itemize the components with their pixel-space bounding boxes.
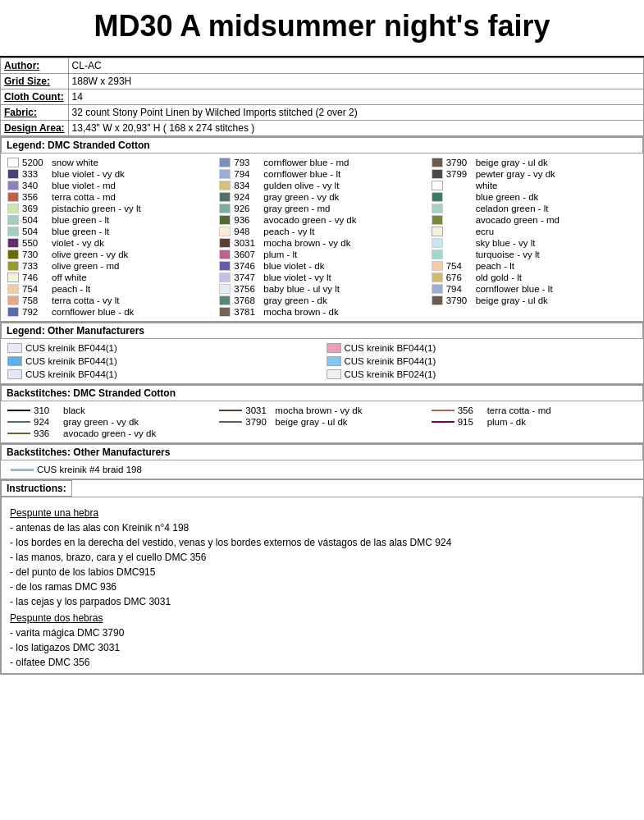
dmc-number: 3746	[234, 261, 260, 271]
legend-dmc-item: 3781mocha brown - dk	[216, 306, 427, 318]
dmc-name: cornflower blue - lt	[476, 284, 553, 294]
dmc-name: peach - lt	[476, 261, 514, 271]
dmc-number: 754	[446, 261, 473, 271]
dmc-number: 948	[234, 227, 260, 236]
dmc-number: 3790	[446, 158, 473, 167]
dmc-name: off white	[52, 273, 87, 282]
color-swatch	[219, 273, 231, 282]
backstitch-num: 924	[34, 417, 60, 427]
legend-dmc-item: 340blue violet - md	[4, 180, 216, 191]
backstitch-other-line	[11, 469, 34, 471]
legend-dmc-item: white	[428, 180, 640, 191]
color-swatch	[219, 261, 231, 271]
page-title: MD30 A midsummer night's fairy	[16, 8, 628, 44]
dmc-name: blue green - dk	[476, 192, 539, 202]
backstitch-dmc-section: Backstitches: DMC Stranded Cotton 310bla…	[0, 384, 644, 443]
instructions-section: Instructions: Pespunte una hebra- antena…	[0, 479, 644, 675]
dmc-number: 794	[446, 284, 473, 294]
legend-dmc-item: 793cornflower blue - md	[216, 157, 427, 168]
dmc-name: plum - lt	[263, 250, 297, 259]
color-swatch	[219, 158, 231, 167]
dmc-number: 3790	[446, 295, 473, 305]
cloth-value: 14	[68, 89, 643, 105]
instruction-line: - los bordes en la derecha del vestido, …	[10, 537, 634, 548]
color-swatch	[432, 158, 443, 167]
dmc-name: avocado green - md	[476, 215, 560, 225]
legend-dmc-item: 792cornflower blue - dk	[4, 306, 216, 318]
backstitch-other-body: CUS kreinik #4 braid 198	[1, 460, 643, 479]
design-value: 13,43" W x 20,93" H ( 168 x 274 stitches…	[68, 121, 643, 136]
legend-dmc-item: 936avocado green - vy dk	[216, 214, 427, 226]
legend-dmc-item: 3790beige gray - ul dk	[428, 295, 640, 306]
color-swatch	[219, 169, 231, 179]
legend-dmc-item: 746off white	[4, 272, 216, 283]
other-label: CUS kreinik BF044(1)	[25, 343, 117, 353]
title-section: MD30 A midsummer night's fairy	[0, 0, 644, 57]
dmc-number: 793	[234, 158, 260, 167]
backstitch-name: mocha brown - vy dk	[275, 405, 362, 415]
backstitch-item: 936avocado green - vy dk	[4, 428, 216, 439]
other-label: CUS kreinik BF044(1)	[345, 356, 436, 366]
color-swatch	[432, 215, 443, 225]
legend-dmc-item: 3790beige gray - ul dk	[428, 157, 640, 168]
dmc-name: blue green - lt	[52, 227, 109, 236]
backstitch-num: 936	[34, 428, 60, 438]
legend-dmc-item: 333blue violet - vy dk	[4, 168, 216, 180]
backstitch-dmc-header: Backstitches: DMC Stranded Cotton	[1, 385, 643, 401]
legend-dmc-item: sky blue - vy lt	[428, 237, 640, 249]
instruction-line: - de los ramas DMC 936	[10, 581, 634, 593]
author-label: Author:	[1, 58, 69, 74]
color-swatch	[219, 192, 231, 202]
backstitch-num: 310	[34, 405, 60, 415]
color-swatch	[219, 307, 231, 317]
dmc-name: cornflower blue - md	[263, 158, 349, 167]
other-swatch	[7, 343, 22, 353]
dmc-name: old gold - lt	[476, 273, 522, 282]
backstitch-dmc-grid: 310black3031mocha brown - vy dk356terra …	[4, 405, 640, 439]
dmc-name: blue violet - dk	[263, 261, 324, 271]
legend-dmc-item: celadon green - lt	[428, 203, 640, 214]
cloth-label: Cloth Count:	[1, 89, 69, 105]
legend-other-grid: CUS kreinik BF044(1)CUS kreinik BF044(1)…	[4, 342, 640, 380]
backstitch-item: 356terra cotta - md	[428, 405, 640, 416]
dmc-name: snow white	[52, 158, 98, 167]
other-swatch	[327, 369, 341, 379]
legend-dmc-item: 504blue green - lt	[4, 226, 216, 237]
color-swatch	[432, 295, 443, 305]
color-swatch	[219, 204, 231, 213]
dmc-name: olive green - vy dk	[52, 250, 128, 259]
legend-dmc-item: 356terra cotta - md	[4, 191, 216, 203]
dmc-number: 3799	[446, 169, 473, 179]
legend-other-item: CUS kreinik BF024(1)	[323, 369, 641, 380]
backstitch-num: 356	[458, 405, 484, 415]
dmc-name: celadon green - lt	[476, 204, 549, 213]
backstitch-line	[7, 421, 30, 423]
dmc-number: 3781	[234, 307, 260, 317]
legend-other-body: CUS kreinik BF044(1)CUS kreinik BF044(1)…	[1, 339, 643, 383]
color-swatch	[219, 284, 231, 294]
color-swatch	[7, 284, 19, 294]
dmc-name: blue green - lt	[52, 215, 109, 225]
grid-label: Grid Size:	[1, 74, 69, 89]
dmc-number: 504	[22, 215, 48, 225]
fabric-label: Fabric:	[1, 105, 69, 121]
dmc-number: 340	[22, 181, 48, 190]
legend-dmc-item: 5200snow white	[4, 157, 216, 168]
other-swatch	[7, 369, 22, 379]
instruction-line: - las cejas y los parpados DMC 3031	[10, 596, 634, 607]
color-swatch	[7, 181, 19, 190]
backstitch-num: 915	[458, 417, 484, 427]
dmc-name: gray green - dk	[263, 295, 327, 305]
color-swatch	[219, 227, 231, 236]
backstitch-name: plum - dk	[487, 417, 526, 427]
legend-other-item: CUS kreinik BF044(1)	[323, 355, 641, 367]
dmc-name: olive green - md	[52, 261, 119, 271]
backstitch-item: 3790beige gray - ul dk	[216, 416, 427, 428]
dmc-number: 834	[234, 181, 260, 190]
legend-dmc-item: 3747blue violet - vy lt	[216, 272, 427, 283]
dmc-name: cornflower blue - dk	[52, 307, 134, 317]
color-swatch	[432, 192, 443, 202]
color-swatch	[7, 238, 19, 248]
dmc-number: 794	[234, 169, 260, 179]
dmc-name: blue violet - md	[52, 181, 116, 190]
